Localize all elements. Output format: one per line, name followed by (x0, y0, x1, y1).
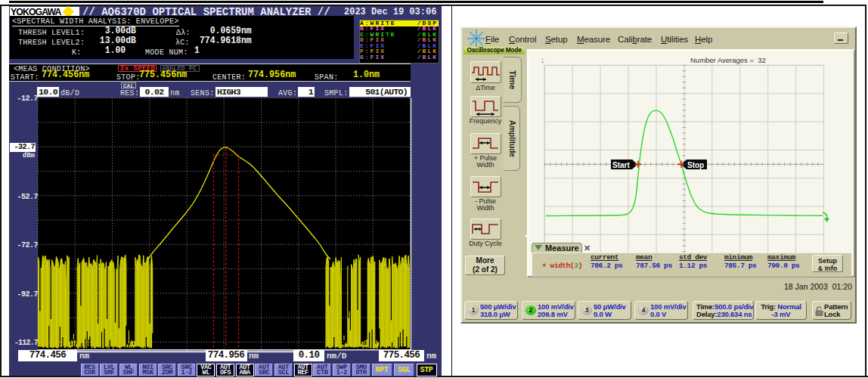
svg-text:Start: Start (612, 161, 630, 169)
svg-text:Stop: Stop (687, 161, 704, 169)
